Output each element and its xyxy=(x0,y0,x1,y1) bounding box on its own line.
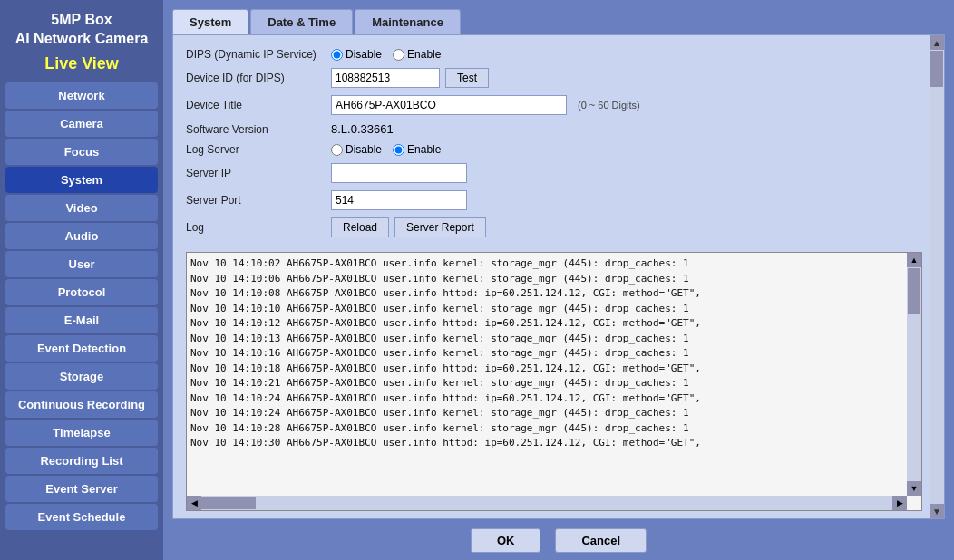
device-id-value-group: Test xyxy=(331,68,489,88)
device-title-field-label: Device Title xyxy=(186,99,331,111)
log-scroll-right[interactable]: ▶ xyxy=(892,496,907,510)
ok-button[interactable]: OK xyxy=(471,528,541,553)
server-port-input[interactable] xyxy=(331,190,467,210)
panel-scrollbar[interactable]: ▲ ▼ xyxy=(930,35,944,518)
title-line1: 5MP Box xyxy=(51,12,112,27)
log-console[interactable]: Nov 10 14:10:02 AH6675P-AX01BCO user.inf… xyxy=(187,253,921,510)
server-port-value-group xyxy=(331,190,467,210)
dips-enable-label: Enable xyxy=(407,48,441,61)
server-ip-row: Server IP xyxy=(186,163,926,183)
log-hscrollbar[interactable]: ◀ ▶ xyxy=(187,496,907,510)
bottom-bar: OK Cancel xyxy=(163,519,954,560)
tab-system[interactable]: System xyxy=(172,9,248,34)
log-enable-radio[interactable] xyxy=(393,144,404,156)
log-scroll-up[interactable]: ▲ xyxy=(907,253,921,267)
server-ip-input[interactable] xyxy=(331,163,467,183)
log-console-wrapper: Nov 10 14:10:02 AH6675P-AX01BCO user.inf… xyxy=(186,252,922,511)
sidebar-item-audio[interactable]: Audio xyxy=(5,223,158,249)
sidebar-item-email[interactable]: E-Mail xyxy=(5,307,158,333)
dips-enable-option[interactable]: Enable xyxy=(393,48,441,61)
device-title-value-group: (0 ~ 60 Digits) xyxy=(331,95,640,115)
dips-disable-option[interactable]: Disable xyxy=(331,48,382,61)
software-version-text: 8.L.0.33661 xyxy=(331,122,394,136)
sidebar-item-protocol[interactable]: Protocol xyxy=(5,279,158,305)
sidebar-item-camera[interactable]: Camera xyxy=(5,111,158,137)
log-enable-option[interactable]: Enable xyxy=(393,143,441,156)
log-buttons-row: Log Reload Server Report xyxy=(186,217,926,237)
sidebar-item-storage[interactable]: Storage xyxy=(5,363,158,390)
reload-button[interactable]: Reload xyxy=(331,217,389,237)
software-version-label: Software Version xyxy=(186,123,331,136)
sidebar-item-network[interactable]: Network xyxy=(5,82,158,109)
sidebar: 5MP Box AI Network Camera Live View Netw… xyxy=(0,0,163,560)
log-server-row: Log Server Disable Enable xyxy=(186,143,926,156)
tab-bar: System Date & Time Maintenance xyxy=(163,0,954,34)
device-title-row: Device Title (0 ~ 60 Digits) xyxy=(186,95,926,115)
device-title-hint: (0 ~ 60 Digits) xyxy=(578,100,640,111)
device-title-input[interactable] xyxy=(331,95,567,115)
scroll-down-arrow[interactable]: ▼ xyxy=(930,504,944,518)
live-view-label: Live View xyxy=(44,54,119,73)
sidebar-item-event-schedule[interactable]: Event Schedule xyxy=(5,504,158,530)
dips-radio-group: Disable Enable xyxy=(331,48,441,61)
server-report-button[interactable]: Server Report xyxy=(394,217,486,237)
device-id-label: Device ID (for DIPS) xyxy=(186,72,331,84)
log-enable-label: Enable xyxy=(407,143,441,156)
log-hthumb[interactable] xyxy=(201,497,256,509)
software-version-value: 8.L.0.33661 xyxy=(331,122,394,136)
sidebar-item-continuous-recording[interactable]: Continuous Recording xyxy=(5,391,158,418)
sidebar-item-user[interactable]: User xyxy=(5,251,158,277)
device-title: 5MP Box AI Network Camera xyxy=(15,11,149,49)
log-scroll-left[interactable]: ◀ xyxy=(187,496,201,510)
server-port-label: Server Port xyxy=(186,194,331,207)
cancel-button[interactable]: Cancel xyxy=(555,528,647,553)
log-server-radio-group: Disable Enable xyxy=(331,143,441,156)
sidebar-item-recording-list[interactable]: Recording List xyxy=(5,448,158,474)
server-ip-value-group xyxy=(331,163,467,183)
tab-datetime[interactable]: Date & Time xyxy=(250,9,353,34)
sidebar-nav: Network Camera Focus System Video Audio … xyxy=(0,82,163,530)
dips-disable-radio[interactable] xyxy=(331,49,343,61)
sidebar-item-event-detection[interactable]: Event Detection xyxy=(5,335,158,362)
scroll-up-arrow[interactable]: ▲ xyxy=(930,35,944,50)
log-scroll-down[interactable]: ▼ xyxy=(907,481,921,496)
log-vtrack xyxy=(907,267,921,481)
form-area: DIPS (Dynamic IP Service) Disable Enable… xyxy=(173,35,944,252)
server-ip-label: Server IP xyxy=(186,167,331,179)
log-vthumb[interactable] xyxy=(908,268,920,314)
log-field-label: Log xyxy=(186,221,331,234)
title-line2: AI Network Camera xyxy=(15,31,149,46)
software-version-row: Software Version 8.L.0.33661 xyxy=(186,122,926,136)
dips-disable-label: Disable xyxy=(346,48,382,61)
scroll-track xyxy=(930,50,944,504)
device-id-row: Device ID (for DIPS) Test xyxy=(186,68,926,88)
sidebar-item-system[interactable]: System xyxy=(5,167,158,193)
sidebar-item-focus[interactable]: Focus xyxy=(5,139,158,165)
tab-maintenance[interactable]: Maintenance xyxy=(355,9,461,34)
log-server-label: Log Server xyxy=(186,143,331,156)
log-scroll-area: Nov 10 14:10:02 AH6675P-AX01BCO user.inf… xyxy=(186,252,922,511)
log-htrack xyxy=(201,496,892,510)
sidebar-item-video[interactable]: Video xyxy=(5,195,158,221)
log-buttons-group: Reload Server Report xyxy=(331,217,486,237)
log-vscrollbar[interactable]: ▲ ▼ xyxy=(907,253,921,496)
sidebar-item-timelapse[interactable]: Timelapse xyxy=(5,420,158,446)
device-id-input[interactable] xyxy=(331,68,440,88)
log-disable-label: Disable xyxy=(346,143,382,156)
scroll-thumb[interactable] xyxy=(930,51,943,87)
test-button[interactable]: Test xyxy=(445,68,489,88)
dips-label: DIPS (Dynamic IP Service) xyxy=(186,48,331,61)
server-port-row: Server Port xyxy=(186,190,926,210)
sidebar-item-event-server[interactable]: Event Server xyxy=(5,476,158,502)
dips-enable-radio[interactable] xyxy=(393,49,404,61)
log-disable-radio[interactable] xyxy=(331,144,343,156)
dips-row: DIPS (Dynamic IP Service) Disable Enable xyxy=(186,48,926,61)
log-disable-option[interactable]: Disable xyxy=(331,143,382,156)
